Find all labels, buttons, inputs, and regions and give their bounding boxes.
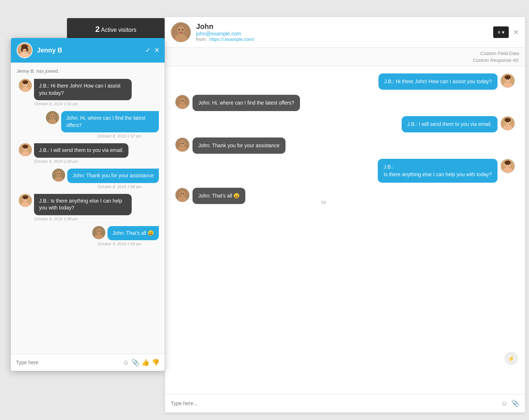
main-msg-1: J.B.: Hi there John! How can I assist yo…	[172, 73, 518, 90]
msg-time: October 8, 2019 1:58 pm	[17, 159, 159, 164]
user-bubble: John: That's all 😀	[107, 226, 159, 241]
agent-avatar-small	[19, 79, 32, 92]
lightning-button[interactable]: ⚡	[505, 352, 518, 365]
main-msg-6: John: That's all 😀	[172, 188, 518, 204]
attach-icon[interactable]: 📎	[131, 359, 139, 366]
svg-point-41	[99, 231, 100, 232]
svg-point-19	[53, 116, 54, 116]
svg-point-24	[24, 148, 25, 149]
agent-bubble: J.B.: I will send them to you via email.	[34, 143, 128, 158]
svg-point-36	[26, 198, 27, 199]
svg-point-45	[178, 29, 179, 30]
jenny-avatar	[17, 42, 33, 58]
svg-point-72	[504, 161, 511, 165]
user-avatar-small	[46, 111, 59, 124]
main-user-bubble: John: Thank you for your assistance	[192, 137, 285, 154]
custom-fields-area: Custom Field Data Custom Response #0:	[165, 48, 525, 66]
svg-point-30	[59, 173, 60, 174]
svg-point-13	[24, 84, 25, 84]
attach-icon[interactable]: 📎	[511, 399, 519, 407]
main-close-button[interactable]: ✕	[513, 28, 519, 37]
main-user-from: from: https://.example.com/	[196, 37, 254, 42]
user-avatar-small	[52, 169, 65, 182]
from-label: from:	[196, 37, 207, 42]
main-msg-3: J.B.: I will send them to you via email.	[172, 116, 518, 132]
agent-avatar-small	[19, 194, 32, 207]
main-agent-avatar	[500, 73, 515, 88]
msg-group-3: J.B.: I will send them to you via email.…	[17, 143, 159, 164]
msg-group-6: John: That's all 😀 October 8, 2019 1:59 …	[17, 226, 159, 246]
system-message: Jenny B. has joined.	[17, 68, 159, 74]
msg-time: October 8, 2019 1:56 pm	[17, 102, 159, 106]
user-bubble: John: Thank you for your assistance	[67, 169, 159, 183]
svg-point-78	[181, 193, 182, 194]
svg-point-51	[506, 79, 507, 80]
svg-point-27	[56, 171, 61, 176]
svg-point-8	[25, 48, 26, 49]
svg-point-14	[26, 84, 27, 84]
main-user-email: john@example.com	[196, 31, 254, 37]
main-footer: ☺ 📎	[165, 394, 525, 412]
main-header-actions: ≡ ▾ ✕	[493, 26, 519, 38]
custom-field-1: Custom Field Data	[480, 51, 519, 56]
emoji-icon[interactable]: ☺	[501, 400, 508, 407]
agent-avatar-small	[19, 143, 32, 156]
agent-bubble: J.B.: Hi there John! How can I assist yo…	[34, 79, 132, 100]
msg-time: October 8, 2019 1:58 pm	[17, 217, 159, 221]
main-messages: 59 J.B.: Hi there John! How can I assist…	[165, 66, 525, 394]
svg-point-62	[506, 122, 507, 123]
svg-point-54	[179, 98, 185, 103]
chat-widget-header-actions: ✓ ✕	[145, 46, 160, 54]
svg-point-76	[179, 191, 185, 196]
svg-point-35	[24, 198, 25, 199]
minimize-icon[interactable]: ✓	[145, 46, 151, 54]
svg-point-61	[504, 118, 511, 122]
msg-group-4: John: Thank you for your assistance Octo…	[17, 169, 159, 189]
thumbs-up-icon[interactable]: 👍	[141, 359, 149, 366]
thumbs-down-icon[interactable]: 👎	[152, 359, 160, 366]
main-user-av	[175, 137, 190, 152]
main-type-input[interactable]	[171, 400, 501, 406]
main-msg-2: John: Hi, where can I find the latest of…	[172, 95, 518, 111]
close-icon[interactable]: ✕	[154, 46, 160, 54]
svg-point-50	[504, 75, 511, 79]
msg-group-5: J.B.: Is there anything else I can help …	[17, 194, 159, 221]
widget-type-input[interactable]	[16, 360, 123, 365]
main-agent-avatar	[500, 159, 515, 173]
from-url[interactable]: https://.example.com/	[210, 37, 254, 42]
svg-point-74	[508, 164, 509, 165]
svg-point-16	[50, 114, 55, 119]
svg-point-73	[506, 164, 507, 165]
widget-footer-icons: ☺ 📎 👍 👎	[123, 359, 160, 366]
agent-bubble: J.B.: Is there anything else I can help …	[34, 194, 132, 215]
main-agent-bubble: J.B.: Hi there John! How can I assist yo…	[378, 73, 498, 90]
svg-point-23	[22, 145, 28, 148]
msg-time: October 8, 2019 1:58 pm	[17, 184, 159, 189]
svg-point-65	[179, 141, 185, 146]
svg-point-57	[183, 100, 184, 101]
menu-button[interactable]: ≡ ▾	[493, 26, 509, 38]
chat-widget-footer: ☺ 📎 👍 👎	[11, 354, 165, 371]
svg-point-7	[23, 48, 24, 49]
svg-point-5	[21, 48, 23, 52]
emoji-icon[interactable]: ☺	[123, 359, 129, 366]
msg-time: October 8, 2019 1:59 pm	[17, 242, 159, 246]
bubble-row: John: Thank you for your assistance	[17, 169, 159, 183]
svg-point-18	[51, 116, 52, 116]
bubble-row: J.B.: Hi there John! How can I assist yo…	[17, 79, 159, 100]
main-user-av	[175, 188, 190, 202]
svg-point-25	[26, 148, 27, 149]
custom-field-2: Custom Response #0:	[473, 58, 519, 63]
main-agent-bubble: J.B.: I will send them to you via email.	[402, 116, 498, 132]
chat-widget-header: Jenny B ✓ ✕	[11, 38, 165, 63]
bubble-row: J.B.: I will send them to you via email.	[17, 143, 159, 158]
user-bubble: John: Hi, where can I find the latest of…	[61, 111, 159, 132]
chat-widget-body: Jenny B. has joined. J.B.: Hi there John…	[11, 63, 165, 354]
visitors-bar: 2 Active visitors	[67, 18, 165, 41]
svg-point-68	[183, 143, 184, 144]
svg-point-56	[181, 100, 182, 101]
svg-point-40	[97, 231, 98, 232]
user-avatar-small	[92, 226, 105, 239]
svg-point-29	[57, 173, 58, 174]
svg-point-67	[181, 143, 182, 144]
